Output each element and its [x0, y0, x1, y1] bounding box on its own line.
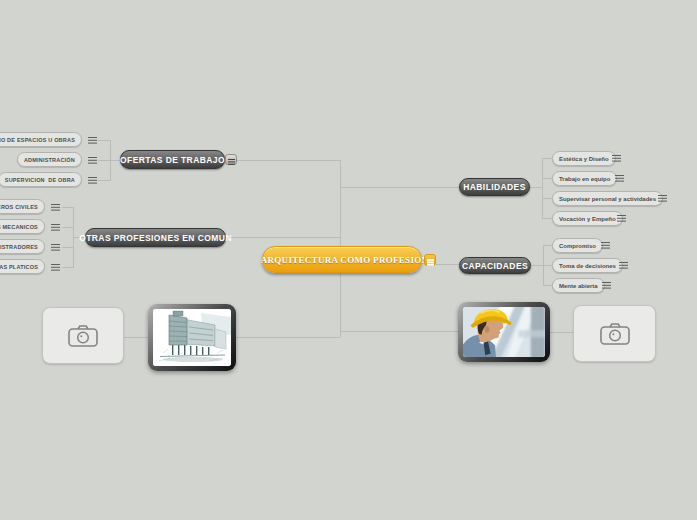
connector-line: [436, 264, 459, 265]
node-label: INGENIEROS CIVILES: [0, 204, 38, 210]
menu-icon[interactable]: [619, 262, 628, 263]
node-ingenieros-civiles[interactable]: INGENIEROS CIVILES: [0, 199, 45, 214]
connector-line: [62, 227, 73, 228]
image-placeholder-right[interactable]: [573, 305, 656, 362]
menu-icon[interactable]: [88, 177, 97, 178]
node-label: INGENIEROS MECANICOS: [0, 224, 38, 230]
node-label: HABILIDADES: [463, 182, 526, 192]
connector-line: [122, 337, 148, 338]
node-vocacion-empeno[interactable]: Vocación y Empeño: [552, 211, 623, 226]
node-artistas-platicos[interactable]: ARTISTAS PLATICOS: [0, 259, 45, 274]
menu-icon[interactable]: [615, 175, 624, 176]
node-label: Mente abierta: [559, 283, 598, 289]
building-sketch: [153, 309, 231, 366]
menu-icon[interactable]: [601, 242, 610, 243]
connector-line: [543, 265, 552, 266]
menu-icon[interactable]: [617, 215, 626, 216]
node-label: Toma de decisiones: [559, 263, 616, 269]
connector-line: [340, 331, 458, 332]
node-label: Supervisar personal y actividades: [559, 196, 656, 202]
image-placeholder-left[interactable]: [42, 307, 124, 364]
node-label: ARTISTAS PLATICOS: [0, 264, 38, 270]
connector-line: [543, 245, 552, 246]
node-label: Compromiso: [559, 243, 596, 249]
mindmap-canvas[interactable]: OFERTAS DE TRABAJO DISEÑO DE ESPACIOS U …: [0, 0, 697, 520]
architect-photo-image[interactable]: [458, 302, 550, 362]
node-label: ADMINISTRADORES: [0, 244, 38, 250]
camera-icon: [67, 323, 99, 349]
node-administracion[interactable]: ADMINISTRACIÓN: [17, 152, 82, 167]
menu-icon[interactable]: [51, 264, 60, 265]
node-compromiso[interactable]: Compromiso: [552, 238, 603, 253]
menu-bars: [427, 259, 434, 260]
menu-icon[interactable]: [602, 282, 611, 283]
node-label: Estética y Diseño: [559, 156, 609, 162]
connector-line: [236, 337, 340, 338]
node-mente-abierta[interactable]: Mente abierta: [552, 278, 605, 293]
node-ingenieros-mecanicos[interactable]: INGENIEROS MECANICOS: [0, 219, 45, 234]
connector-line: [98, 140, 110, 141]
node-label: OFERTAS DE TRABAJO: [120, 155, 225, 165]
connector-line: [110, 160, 120, 161]
connector-line: [62, 207, 73, 208]
connector-line: [542, 178, 552, 179]
connector-line: [543, 285, 552, 286]
node-label: SUPERVICION DE OBRA: [5, 177, 75, 183]
menu-icon[interactable]: [225, 154, 237, 165]
node-diseno-espacios[interactable]: DISEÑO DE ESPACIOS U OBRAS: [0, 132, 82, 147]
menu-icon[interactable]: [51, 244, 60, 245]
menu-icon[interactable]: [51, 224, 60, 225]
node-label: CAPACIDADES: [462, 261, 528, 271]
node-estetica-diseno[interactable]: Estética y Diseño: [552, 151, 616, 166]
node-root-arquitectura[interactable]: ARQUITECTURA COMO PROFESION: [262, 246, 422, 273]
node-administradores[interactable]: ADMINISTRADORES: [0, 239, 45, 254]
connector-bracket: [542, 158, 543, 219]
menu-bars: [228, 159, 235, 160]
menu-icon[interactable]: [424, 254, 436, 266]
connector-line: [340, 187, 459, 188]
node-supervicion-de-obra[interactable]: SUPERVICION DE OBRA: [0, 172, 82, 187]
root-label: ARQUITECTURA COMO PROFESION: [261, 255, 429, 265]
connector-line: [550, 332, 573, 333]
menu-icon[interactable]: [612, 155, 621, 156]
connector-line: [62, 267, 73, 268]
menu-icon[interactable]: [658, 195, 667, 196]
node-label: Vocación y Empeño: [559, 216, 616, 222]
connector-line: [237, 160, 341, 161]
node-toma-de-decisiones[interactable]: Toma de decisiones: [552, 258, 623, 273]
menu-icon[interactable]: [88, 157, 97, 158]
node-ofertas-de-trabajo[interactable]: OFERTAS DE TRABAJO: [120, 150, 225, 169]
node-habilidades[interactable]: HABILIDADES: [459, 178, 530, 196]
menu-icon[interactable]: [88, 137, 97, 138]
node-otras-profesiones[interactable]: OTRAS PROFESIONES EN COMUN: [85, 228, 226, 247]
connector-line: [542, 198, 552, 199]
node-label: OTRAS PROFESIONES EN COMUN: [79, 233, 232, 243]
building-sketch-image[interactable]: [148, 304, 236, 371]
node-label: ADMINISTRACIÓN: [24, 157, 75, 163]
connector-line: [542, 158, 552, 159]
connector-line: [98, 180, 110, 181]
connector-line: [531, 265, 543, 266]
camera-icon: [599, 321, 631, 347]
connector-line: [226, 237, 341, 238]
connector-line: [542, 218, 552, 219]
node-label: Trabajo en equipo: [559, 176, 610, 182]
connector-line: [98, 160, 110, 161]
node-label: DISEÑO DE ESPACIOS U OBRAS: [0, 137, 75, 143]
connector-line: [62, 247, 73, 248]
node-trabajo-en-equipo[interactable]: Trabajo en equipo: [552, 171, 617, 186]
node-supervisar-personal[interactable]: Supervisar personal y actividades: [552, 191, 663, 206]
connector-line: [530, 187, 542, 188]
node-capacidades[interactable]: CAPACIDADES: [459, 257, 531, 274]
menu-icon[interactable]: [51, 204, 60, 205]
architect-photo: [463, 307, 545, 357]
